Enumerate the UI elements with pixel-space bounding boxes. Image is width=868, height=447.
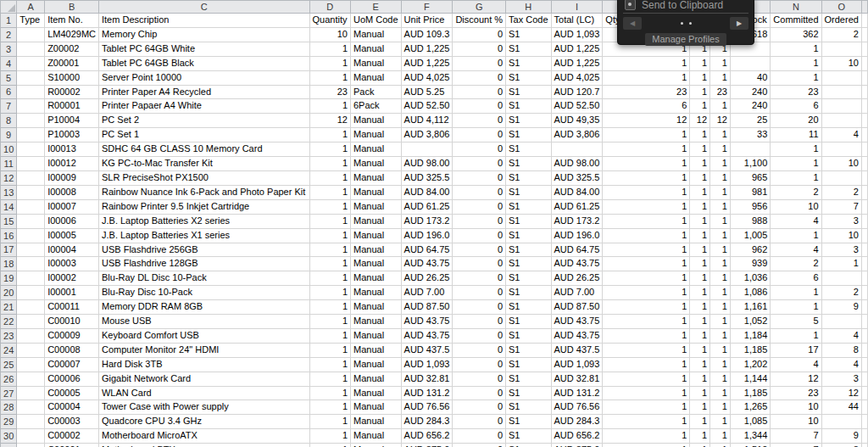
cell-B20[interactable]: I00001 bbox=[45, 286, 99, 300]
cell-B31[interactable]: C00001 bbox=[45, 444, 99, 447]
cell-I29[interactable]: AUD 284.3 bbox=[551, 415, 603, 429]
cell-E18[interactable]: Manual bbox=[351, 257, 402, 271]
cell-L16[interactable]: 1 bbox=[710, 228, 731, 243]
cell-E14[interactable]: Manual bbox=[351, 199, 402, 214]
cell-G31[interactable]: 0 bbox=[453, 444, 506, 447]
cell-A29[interactable] bbox=[17, 415, 45, 429]
cell-D11[interactable]: 1 bbox=[309, 157, 350, 171]
cell-C2[interactable]: Memory Chip bbox=[98, 27, 309, 42]
cell-I10[interactable] bbox=[551, 142, 603, 157]
cell-D15[interactable]: 1 bbox=[309, 214, 350, 228]
row-header-19[interactable]: 19 bbox=[1, 271, 17, 286]
cell-D22[interactable]: 1 bbox=[309, 315, 350, 329]
cell-E9[interactable]: Manual bbox=[351, 128, 402, 142]
cell-I28[interactable]: AUD 76.56 bbox=[551, 400, 603, 415]
cell-K24[interactable]: 1 bbox=[690, 343, 710, 357]
row-header-26[interactable]: 26 bbox=[1, 372, 17, 386]
cell-J14[interactable]: 1 bbox=[603, 199, 690, 214]
cell-G23[interactable]: 0 bbox=[453, 328, 506, 343]
cell-G6[interactable]: 0 bbox=[453, 85, 506, 99]
row-header-2[interactable]: 2 bbox=[1, 27, 17, 42]
prev-profile-button[interactable]: ◀ bbox=[623, 17, 642, 30]
cell-O15[interactable]: 3 bbox=[821, 214, 861, 228]
cell-D9[interactable]: 1 bbox=[309, 128, 350, 142]
cell-B23[interactable]: C00009 bbox=[45, 328, 99, 343]
cell-F30[interactable]: AUD 656.2 bbox=[401, 429, 453, 444]
cell-L4[interactable]: 1 bbox=[710, 56, 731, 70]
cell-M14[interactable]: 956 bbox=[730, 199, 770, 214]
cell-N16[interactable]: 1 bbox=[771, 228, 821, 243]
cell-L27[interactable]: 1 bbox=[710, 386, 731, 400]
cell-C29[interactable]: Quadcore CPU 3.4 GHz bbox=[98, 415, 309, 429]
cell-H12[interactable]: S1 bbox=[506, 170, 551, 185]
cell-K4[interactable]: 1 bbox=[690, 56, 710, 70]
cell-I18[interactable]: AUD 43.75 bbox=[551, 257, 603, 271]
cell-A9[interactable] bbox=[17, 128, 45, 142]
cell-F11[interactable]: AUD 98.00 bbox=[401, 157, 453, 171]
cell-C16[interactable]: J.B. Laptop Batteries X1 series bbox=[98, 228, 309, 243]
cell-E17[interactable]: Manual bbox=[351, 243, 402, 257]
cell-H6[interactable]: S1 bbox=[506, 85, 551, 99]
cell-I30[interactable]: AUD 656.2 bbox=[551, 429, 603, 444]
cell-O18[interactable]: 1 bbox=[821, 257, 861, 271]
cell-A7[interactable] bbox=[17, 99, 45, 114]
cell-J26[interactable]: 1 bbox=[603, 372, 690, 386]
cell-A25[interactable] bbox=[17, 357, 45, 372]
cell-N5[interactable]: 1 bbox=[771, 70, 821, 85]
cell-I11[interactable]: AUD 98.00 bbox=[551, 157, 603, 171]
cell-E29[interactable]: Manual bbox=[351, 415, 402, 429]
row-header-11[interactable]: 11 bbox=[1, 157, 17, 171]
cell-C30[interactable]: Motherboard MicroATX bbox=[98, 429, 309, 444]
cell-F20[interactable]: AUD 7.00 bbox=[401, 286, 453, 300]
cell-L14[interactable]: 1 bbox=[710, 199, 731, 214]
cell-H30[interactable]: S1 bbox=[506, 429, 551, 444]
cell-M24[interactable]: 1,185 bbox=[730, 343, 770, 357]
col-header-D[interactable]: D bbox=[309, 1, 350, 14]
cell-M6[interactable]: 240 bbox=[730, 85, 770, 99]
cell-A20[interactable] bbox=[17, 286, 45, 300]
cell-N18[interactable]: 2 bbox=[771, 257, 821, 271]
row-header-1[interactable]: 1 bbox=[1, 14, 17, 28]
row-header-8[interactable]: 8 bbox=[1, 114, 17, 128]
cell-J20[interactable]: 1 bbox=[603, 286, 690, 300]
cell-L5[interactable]: 1 bbox=[710, 70, 731, 85]
cell-E28[interactable]: Manual bbox=[351, 400, 402, 415]
row-header-31[interactable]: 31 bbox=[1, 444, 17, 447]
cell-B16[interactable]: I00005 bbox=[45, 228, 99, 243]
cell-E15[interactable]: Manual bbox=[351, 214, 402, 228]
cell-F8[interactable]: AUD 4,112 bbox=[401, 114, 453, 128]
cell-O8[interactable] bbox=[821, 114, 861, 128]
cell-C14[interactable]: Rainbow Printer 9.5 Inkjet Cartridge bbox=[98, 199, 309, 214]
cell-O27[interactable]: 12 bbox=[821, 386, 861, 400]
cell-I21[interactable]: AUD 87.50 bbox=[551, 300, 603, 315]
cell-B13[interactable]: I00008 bbox=[45, 185, 99, 199]
cell-K17[interactable]: 1 bbox=[690, 243, 710, 257]
cell-F27[interactable]: AUD 131.2 bbox=[401, 386, 453, 400]
cell-O2[interactable]: 2 bbox=[821, 27, 861, 42]
col-header-I[interactable]: I bbox=[551, 1, 603, 14]
cell-N6[interactable]: 23 bbox=[771, 85, 821, 99]
cell-K22[interactable]: 1 bbox=[690, 315, 710, 329]
cell-A21[interactable] bbox=[17, 300, 45, 315]
cell-B29[interactable]: C00003 bbox=[45, 415, 99, 429]
cell-F17[interactable]: AUD 64.75 bbox=[401, 243, 453, 257]
cell-K20[interactable]: 1 bbox=[690, 286, 710, 300]
cell-M18[interactable]: 939 bbox=[730, 257, 770, 271]
cell-M15[interactable]: 988 bbox=[730, 214, 770, 228]
cell-F9[interactable]: AUD 3,806 bbox=[401, 128, 453, 142]
cell-A23[interactable] bbox=[17, 328, 45, 343]
cell-M30[interactable]: 1,344 bbox=[730, 429, 770, 444]
cell-C3[interactable]: Tablet PC 64GB White bbox=[98, 42, 309, 56]
cell-I4[interactable]: AUD 1,225 bbox=[551, 56, 603, 70]
cell-M10[interactable] bbox=[730, 142, 770, 157]
cell-C21[interactable]: Memory DDR RAM 8GB bbox=[98, 300, 309, 315]
header-cell-G1[interactable]: Discount % bbox=[453, 14, 506, 28]
cell-N10[interactable]: 1 bbox=[771, 142, 821, 157]
cell-G15[interactable]: 0 bbox=[453, 214, 506, 228]
cell-G10[interactable]: 0 bbox=[453, 142, 506, 157]
header-cell-O1[interactable]: Ordered bbox=[821, 14, 861, 28]
cell-C5[interactable]: Server Point 10000 bbox=[98, 70, 309, 85]
cell-C9[interactable]: PC Set 1 bbox=[98, 128, 309, 142]
cell-M28[interactable]: 1,265 bbox=[730, 400, 770, 415]
cell-C28[interactable]: Tower Case with Power supply bbox=[98, 400, 309, 415]
